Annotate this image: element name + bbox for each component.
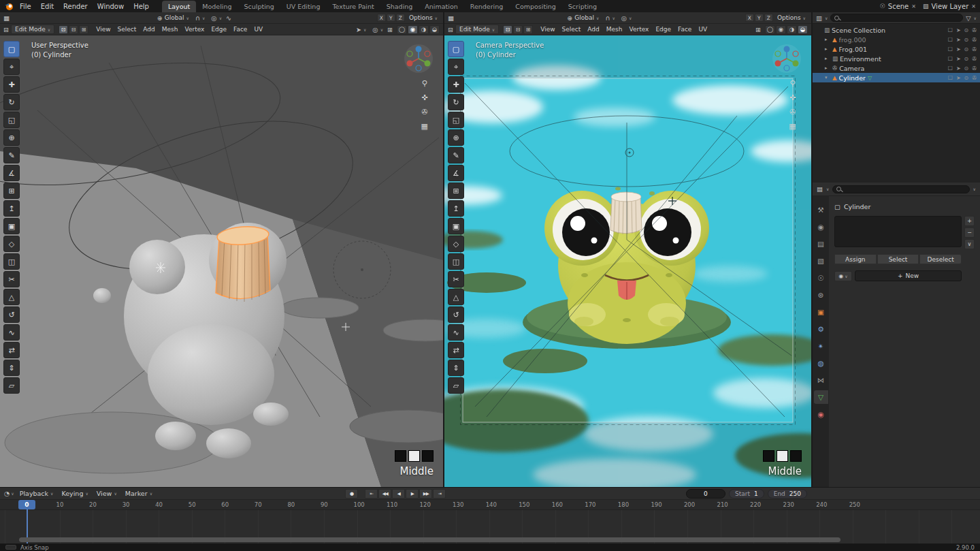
overlays-dropdown[interactable]: ◎∨ [370,25,385,34]
vertex-group-action-button[interactable]: Assign [834,254,877,264]
scrollbar-thumb[interactable] [19,537,840,542]
hide-render-icon[interactable]: ✇ [972,46,977,52]
selectable-icon[interactable]: ➤ [956,75,961,81]
outliner-item-label[interactable]: Frog.001 [839,46,867,53]
disclosure-icon[interactable]: ▸ [825,46,830,52]
proportional-editing-dropdown[interactable]: ◎ ∨ [619,14,634,22]
unlink-view-layer-icon[interactable]: ✕ [971,3,976,10]
vertex-select-button[interactable]: ⊡ [59,25,68,34]
camera-view-icon[interactable]: ✇ [421,108,428,116]
jump-to-end-button[interactable]: ⇥ [433,489,446,499]
tab-render[interactable]: ◉ [814,220,828,234]
tool-add-cube[interactable]: ⊞ [3,183,20,199]
camera-view-icon[interactable]: ✇ [789,108,796,116]
tool-annotate[interactable]: ✎ [3,147,20,163]
tool-measure[interactable]: ∡ [3,165,20,181]
tool-bevel[interactable]: ◇ [448,236,464,252]
checkbox-icon[interactable]: ☐ [948,46,953,52]
selectable-icon[interactable]: ➤ [956,27,961,33]
shading-rendered[interactable]: ◒ [429,25,440,34]
viewport-canvas-left[interactable] [0,35,443,487]
shading-wireframe[interactable]: ◯ [765,25,775,34]
xray-toggle-icon[interactable]: ⊞ [755,26,761,33]
hide-viewport-icon[interactable]: ⊙ [964,27,969,33]
tab-particles[interactable]: ✴ [814,339,828,353]
tool-shrink-fatten[interactable]: ⇕ [448,360,464,376]
tool-move[interactable]: ✚ [3,76,20,93]
hide-render-icon[interactable]: ✇ [972,56,977,62]
vertex-group-action-button[interactable]: Select [877,254,919,264]
falloff-icon[interactable]: ∿ [226,14,231,22]
outliner-row[interactable]: ▸ ▲ Frog.001 ☐ ➤ ⊙ ✇ [813,44,980,54]
workspace-tab[interactable]: Rendering [464,1,510,12]
timeline-menu[interactable]: Keying∨ [58,489,93,498]
viewport-menu[interactable]: Vertex [625,25,652,33]
topbar-menu[interactable]: Window [93,1,129,12]
edge-select-button[interactable]: ⊟ [69,25,78,34]
checkbox-icon[interactable]: ☐ [948,75,953,81]
workspace-tab[interactable]: Scripting [562,1,603,12]
tool-smooth[interactable]: ∿ [448,324,464,341]
tab-view-layer[interactable]: ▧ [814,254,828,268]
tab-modifiers[interactable]: ⚙ [814,322,828,336]
tool-spin[interactable]: ↺ [448,306,464,323]
options-dropdown[interactable]: Options ∨ [775,14,808,22]
mode-dropdown[interactable]: Edit Mode∨ [455,25,499,34]
options-dropdown[interactable]: Options ∨ [407,14,440,22]
tool-move[interactable]: ✚ [448,76,464,93]
workspace-tab[interactable]: Compositing [509,1,562,12]
tool-scale[interactable]: ◱ [3,112,20,128]
editor-type-icon[interactable]: ▤ [817,185,823,193]
topbar-menu[interactable]: Edit [36,1,59,12]
shading-material[interactable]: ◑ [419,25,429,34]
tool-measure[interactable]: ∡ [448,165,464,181]
outliner-row[interactable]: ▸ ▲ frog.000 ☐ ➤ ⊙ ✇ [813,35,980,44]
outliner-item-label[interactable]: Environment [840,55,881,63]
mirror-axis-toggle[interactable]: X [377,14,386,22]
tab-output[interactable]: ▤ [814,237,828,251]
workspace-tab[interactable]: Modeling [196,1,238,12]
zoom-icon[interactable]: ⚲ [789,79,796,88]
selectable-icon[interactable]: ➤ [956,65,961,72]
viewport-menu[interactable]: View [93,25,114,33]
shading-wireframe[interactable]: ◯ [397,25,407,34]
workspace-tab[interactable]: Sculpting [238,1,280,12]
remove-item-button[interactable]: − [964,227,975,238]
outliner-row[interactable]: ▾ ▲ Cylinder ▽ ☐ ➤ ⊙ ✇ [813,73,980,82]
viewport-menu[interactable]: Add [140,25,158,33]
auto-keying-toggle[interactable]: ● [345,489,358,499]
viewport-menu[interactable]: Select [114,25,140,33]
mirror-axis-toggle[interactable]: X [745,14,754,22]
tab-object-data[interactable]: ▽ [814,390,828,404]
playhead-frame-badge[interactable]: 0 [18,500,35,509]
timeline-track[interactable]: 0 [0,510,980,544]
topbar-menu[interactable]: File [15,1,36,12]
pan-hand-icon[interactable]: ✜ [789,93,796,102]
frame-end-field[interactable]: End250 [768,489,807,499]
viewport-menu[interactable]: Vertex [181,25,208,33]
face-select-button[interactable]: ⊞ [523,25,533,34]
tool-extrude-region[interactable]: ↥ [448,200,464,217]
selectable-icon[interactable]: ➤ [956,56,961,62]
proportional-editing-dropdown[interactable]: ◎ ∨ [209,14,224,22]
face-select-button[interactable]: ⊞ [79,25,88,34]
disclosure-icon[interactable]: ▸ [825,56,830,61]
workspace-tab[interactable]: Animation [419,1,463,12]
filter-icon[interactable]: ▽ [966,14,970,22]
tool-extrude-region[interactable]: ↥ [3,200,20,217]
shading-solid[interactable]: ◉ [776,25,786,34]
transform-orientation-dropdown[interactable]: ⊕ Global ∨ [565,14,601,22]
checkbox-icon[interactable]: ☐ [948,56,953,62]
timeline-menu[interactable]: Marker∨ [121,489,157,498]
hide-render-icon[interactable]: ✇ [972,65,977,72]
editor-type-icon[interactable]: ◔ [4,490,10,497]
tool-poly-build[interactable]: △ [448,289,464,305]
hide-viewport-icon[interactable]: ⊙ [964,56,969,62]
tool-shear[interactable]: ▱ [3,377,20,394]
viewport-menu[interactable]: Edge [208,25,230,33]
workspace-tab[interactable]: UV Editing [280,1,327,12]
pan-hand-icon[interactable]: ✜ [421,93,428,102]
specials-menu-button[interactable]: ∨ [964,239,975,249]
next-keyframe-button[interactable]: ▶▶ [419,489,432,499]
tab-physics[interactable]: ◍ [814,356,828,370]
